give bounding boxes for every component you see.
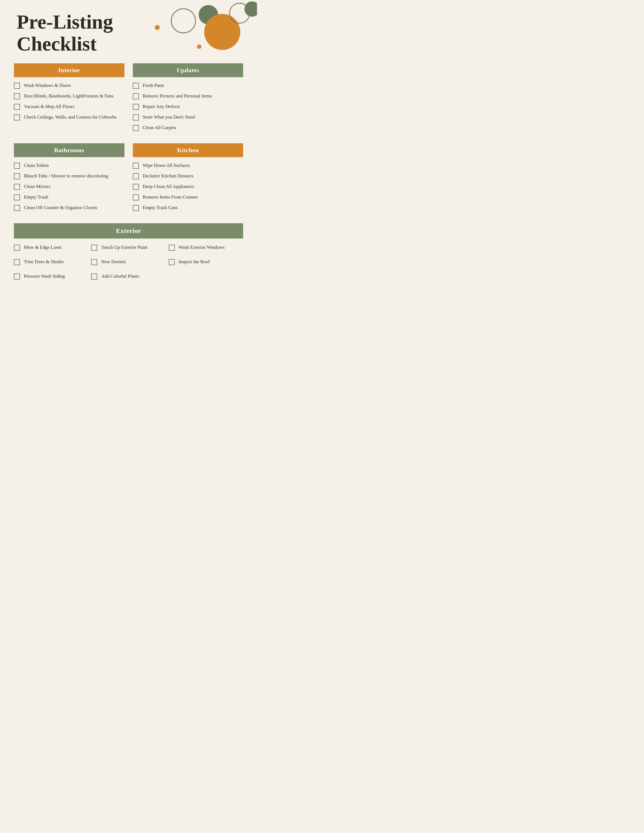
- item-text: Check Ceilings, Walls, and Corners for C…: [24, 114, 124, 121]
- list-item: Check Ceilings, Walls, and Corners for C…: [14, 114, 124, 121]
- item-text: Pressure Wash Siding: [24, 273, 89, 280]
- checkbox[interactable]: [14, 259, 20, 265]
- top-sections: Interior Wash Windows & Doors Dust Blind…: [14, 63, 243, 135]
- item-text: Dust Blinds, Baseboards, LightFixtures &…: [24, 93, 124, 100]
- item-text: Empty Trash: [24, 194, 124, 201]
- item-text: Mow & Edge Lawn: [24, 244, 89, 251]
- list-item: Trim Trees & Shrubs: [14, 259, 89, 265]
- list-item: Remove Items From Counter: [133, 194, 243, 201]
- item-text: Wash Exterior Windows: [179, 244, 243, 251]
- list-item: Pressure Wash Siding: [14, 273, 89, 280]
- item-text: Deep Clean All Appliances: [143, 183, 243, 190]
- item-text: Inspect the Roof: [179, 259, 243, 265]
- checkbox[interactable]: [169, 244, 175, 251]
- item-text: Bleach Tubs / Shower to remove discolori…: [24, 173, 124, 179]
- item-text: Clean All Carpets: [143, 124, 243, 131]
- list-item: Wipe Down All Surfaces: [133, 162, 243, 169]
- checkbox[interactable]: [14, 273, 20, 280]
- item-text: Clean Mirrors: [24, 183, 124, 190]
- checkbox[interactable]: [133, 195, 139, 201]
- checkbox[interactable]: [133, 163, 139, 169]
- item-text: New Dormet: [101, 259, 166, 265]
- list-item: Remove Pictures and Personal Items: [133, 93, 243, 100]
- list-item: Repair Any Defects: [133, 103, 243, 110]
- checkbox[interactable]: [14, 184, 20, 190]
- checkbox[interactable]: [14, 244, 20, 251]
- checkbox[interactable]: [133, 205, 139, 211]
- item-text: Store What you Don't Need: [143, 114, 243, 121]
- bathrooms-section: Bathrooms Clean Toilets Bleach Tubs / Sh…: [14, 143, 124, 215]
- checkbox[interactable]: [14, 163, 20, 169]
- checkbox[interactable]: [133, 93, 139, 100]
- list-item: Vacuum & Mop All Floors: [14, 103, 124, 110]
- list-item: Dust Blinds, Baseboards, LightFixtures &…: [14, 93, 124, 100]
- updates-section: Updates Fresh Paint Remove Pictures and …: [133, 63, 243, 135]
- exterior-columns: Mow & Edge Lawn Trim Trees & Shrubs Pres…: [14, 244, 243, 283]
- checkbox[interactable]: [14, 173, 20, 179]
- middle-sections: Bathrooms Clean Toilets Bleach Tubs / Sh…: [14, 143, 243, 215]
- item-text: Fresh Paint: [143, 82, 243, 89]
- exterior-col-2: Touch Up Exterior Paint New Dormet Add C…: [91, 244, 166, 283]
- list-item: Store What you Don't Need: [133, 114, 243, 121]
- checkbox[interactable]: [14, 93, 20, 100]
- item-text: Clean Toilets: [24, 162, 124, 169]
- list-item: Empty Trash: [14, 194, 124, 201]
- item-text: Trim Trees & Shrubs: [24, 259, 89, 265]
- checkbox[interactable]: [14, 114, 20, 121]
- list-item: Empty Trash Cans: [133, 204, 243, 211]
- item-text: Vacuum & Mop All Floors: [24, 103, 124, 110]
- content-area: Interior Wash Windows & Doors Dust Blind…: [0, 61, 257, 292]
- checkbox[interactable]: [14, 205, 20, 211]
- exterior-col-1: Mow & Edge Lawn Trim Trees & Shrubs Pres…: [14, 244, 89, 283]
- interior-section: Interior Wash Windows & Doors Dust Blind…: [14, 63, 124, 135]
- checkbox[interactable]: [14, 83, 20, 89]
- updates-header: Updates: [133, 63, 243, 77]
- list-item: Declutter Kitchen Drawers: [133, 173, 243, 179]
- page-title: Pre-ListingChecklist: [17, 11, 134, 55]
- item-text: Wash Windows & Doors: [24, 82, 124, 89]
- list-item: Bleach Tubs / Shower to remove discolori…: [14, 173, 124, 179]
- item-text: Add Colorful Plants: [101, 273, 166, 280]
- checkbox[interactable]: [91, 244, 97, 251]
- header: Pre-ListingChecklist: [0, 0, 257, 61]
- list-item: New Dormet: [91, 259, 166, 265]
- checkbox[interactable]: [133, 83, 139, 89]
- item-text: Declutter Kitchen Drawers: [143, 173, 243, 179]
- kitchen-header: Kitchen: [133, 143, 243, 157]
- item-text: Repair Any Defects: [143, 103, 243, 110]
- item-text: Touch Up Exterior Paint: [101, 244, 166, 251]
- item-text: Clean Off Counter & Organize Closets: [24, 204, 124, 211]
- checkbox[interactable]: [133, 104, 139, 110]
- item-text: Remove Items From Counter: [143, 194, 243, 201]
- exterior-col-3: Wash Exterior Windows Inspect the Roof: [169, 244, 243, 283]
- list-item: Deep Clean All Appliances: [133, 183, 243, 190]
- list-item: Fresh Paint: [133, 82, 243, 89]
- checkbox[interactable]: [91, 273, 97, 280]
- list-item: Clean Mirrors: [14, 183, 124, 190]
- kitchen-section: Kitchen Wipe Down All Surfaces Declutter…: [133, 143, 243, 215]
- checkbox[interactable]: [169, 259, 175, 265]
- checkbox[interactable]: [14, 104, 20, 110]
- checkbox[interactable]: [14, 195, 20, 201]
- item-text: Empty Trash Cans: [143, 204, 243, 211]
- list-item: Mow & Edge Lawn: [14, 244, 89, 251]
- exterior-header: Exterior: [14, 223, 243, 238]
- item-text: Wipe Down All Surfaces: [143, 162, 243, 169]
- item-text: Remove Pictures and Personal Items: [143, 93, 243, 100]
- list-item: Clean All Carpets: [133, 124, 243, 131]
- checkbox[interactable]: [91, 259, 97, 265]
- checkbox[interactable]: [133, 184, 139, 190]
- checkbox[interactable]: [133, 114, 139, 121]
- list-item: Add Colorful Plants: [91, 273, 166, 280]
- list-item: Touch Up Exterior Paint: [91, 244, 166, 251]
- list-item: Clean Toilets: [14, 162, 124, 169]
- checkbox[interactable]: [133, 173, 139, 179]
- interior-header: Interior: [14, 63, 124, 77]
- bathrooms-header: Bathrooms: [14, 143, 124, 157]
- checkbox[interactable]: [133, 125, 139, 131]
- list-item: Inspect the Roof: [169, 259, 243, 265]
- list-item: Clean Off Counter & Organize Closets: [14, 204, 124, 211]
- list-item: Wash Windows & Doors: [14, 82, 124, 89]
- list-item: Wash Exterior Windows: [169, 244, 243, 251]
- exterior-section: Exterior Mow & Edge Lawn Trim Trees & Sh…: [14, 223, 243, 283]
